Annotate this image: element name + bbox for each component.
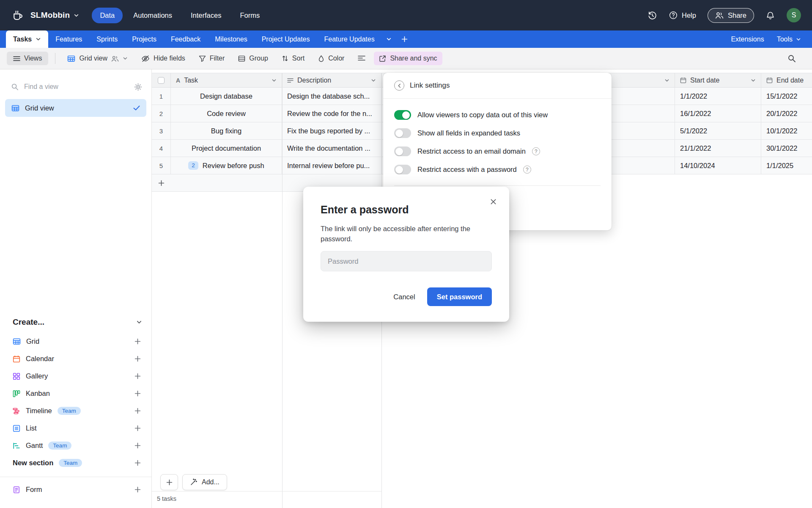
plus-icon[interactable] — [134, 355, 141, 362]
start-date-cell[interactable]: 14/10/2024 — [675, 157, 761, 174]
workspace-logo-icon[interactable] — [11, 8, 25, 22]
row-height-button[interactable] — [353, 52, 370, 64]
notifications-bell-icon[interactable] — [765, 11, 775, 20]
share-and-sync-button[interactable]: Share and sync — [374, 52, 442, 65]
extensions-button[interactable]: Extensions — [731, 36, 764, 43]
back-icon[interactable] — [394, 80, 404, 91]
add-with-ai-button[interactable]: Add... — [182, 474, 227, 490]
description-cell[interactable]: Write the documentation ... — [282, 140, 381, 157]
tab-feature-updates[interactable]: Feature Updates — [317, 30, 382, 48]
cancel-button[interactable]: Cancel — [393, 293, 415, 301]
tab-projects[interactable]: Projects — [125, 30, 164, 48]
description-cell[interactable]: Fix the bugs reported by ... — [282, 122, 381, 140]
topbar-nav-automations[interactable]: Automations — [125, 8, 180, 23]
plus-icon[interactable] — [134, 442, 141, 449]
tab-project-updates[interactable]: Project Updates — [255, 30, 317, 48]
column-header-description[interactable]: Description — [282, 73, 381, 88]
topbar-nav-data[interactable]: Data — [92, 8, 123, 23]
start-date-cell[interactable]: 1/1/2022 — [675, 88, 761, 105]
search-icon[interactable] — [784, 51, 799, 66]
task-cell[interactable]: Bug fixing — [171, 122, 282, 140]
plus-icon[interactable] — [134, 338, 141, 345]
task-cell[interactable]: Project documentation — [171, 140, 282, 157]
plus-icon[interactable] — [134, 407, 141, 414]
workspace-name[interactable]: SLMobbin — [30, 11, 70, 20]
help-icon[interactable]: ? — [523, 166, 531, 174]
task-cell[interactable]: Code review — [171, 105, 282, 122]
gear-icon[interactable] — [134, 83, 142, 91]
chevron-down-icon[interactable] — [664, 78, 669, 83]
create-item-list[interactable]: List — [0, 420, 151, 437]
views-button[interactable]: Views — [7, 52, 48, 65]
description-cell[interactable]: Internal review before pu... — [282, 157, 381, 174]
user-avatar[interactable]: S — [787, 8, 801, 22]
find-view-input[interactable]: Find a view — [24, 83, 129, 91]
toggle-switch[interactable] — [394, 146, 411, 156]
filter-button[interactable]: Filter — [194, 52, 230, 65]
create-item-gantt[interactable]: GanttTeam — [0, 437, 151, 454]
create-item-new-section[interactable]: New sectionTeam — [0, 454, 151, 472]
end-date-cell[interactable]: 20/1/2022 — [761, 105, 812, 122]
end-date-cell[interactable]: 30/1/2022 — [761, 140, 812, 157]
create-item-gallery[interactable]: Gallery — [0, 367, 151, 385]
toggle-switch[interactable] — [394, 110, 411, 120]
column-header-start-date[interactable]: Start date — [675, 73, 761, 88]
sidebar-item-grid-view[interactable]: Grid view — [5, 99, 146, 117]
description-cell[interactable]: Review the code for the n... — [282, 105, 381, 122]
hide-fields-button[interactable]: Hide fields — [136, 52, 190, 65]
close-icon[interactable] — [488, 197, 498, 207]
start-date-cell[interactable]: 5/1/2022 — [675, 122, 761, 140]
history-icon[interactable] — [647, 11, 657, 20]
chevron-down-icon[interactable] — [751, 78, 756, 83]
create-item-grid[interactable]: Grid — [0, 333, 151, 350]
start-date-cell[interactable]: 16/1/2022 — [675, 105, 761, 122]
create-item-form[interactable]: Form — [0, 481, 151, 498]
column-label: Description — [297, 77, 331, 84]
toggle-switch[interactable] — [394, 128, 411, 138]
column-header-task[interactable]: A Task — [171, 73, 282, 88]
grid-view-button[interactable]: Grid view — [62, 52, 133, 66]
column-header-end-date[interactable]: End date — [761, 73, 812, 88]
plus-icon[interactable] — [134, 425, 141, 432]
chevron-down-icon[interactable] — [74, 13, 79, 18]
create-item-kanban[interactable]: Kanban — [0, 385, 151, 402]
task-cell[interactable]: 2Review before push — [171, 157, 282, 174]
set-password-button[interactable]: Set password — [427, 287, 492, 306]
tab-feedback[interactable]: Feedback — [164, 30, 208, 48]
timeline-icon — [13, 407, 20, 415]
group-button[interactable]: Group — [233, 52, 273, 65]
tab-milestones[interactable]: Milestones — [208, 30, 254, 48]
end-date-cell[interactable]: 10/1/2022 — [761, 122, 812, 140]
end-date-cell[interactable]: 15/1/2022 — [761, 88, 812, 105]
tab-sprints[interactable]: Sprints — [89, 30, 125, 48]
share-button[interactable]: Share — [708, 8, 754, 23]
plus-icon[interactable] — [134, 390, 141, 397]
tab-features[interactable]: Features — [48, 30, 89, 48]
tabs-overflow-chevron-icon[interactable] — [386, 36, 392, 42]
add-table-icon[interactable] — [401, 36, 408, 43]
description-cell[interactable]: Design the database sch... — [282, 88, 381, 105]
add-record-button[interactable] — [160, 474, 178, 490]
sort-button[interactable]: Sort — [277, 52, 310, 65]
task-cell[interactable]: Design database — [171, 88, 282, 105]
help-button[interactable]: Help — [669, 11, 696, 20]
help-icon[interactable]: ? — [532, 147, 540, 155]
create-section-header[interactable]: Create... — [13, 318, 142, 327]
plus-icon[interactable] — [134, 459, 141, 467]
plus-icon[interactable] — [134, 486, 141, 493]
chevron-down-icon[interactable] — [371, 78, 376, 83]
toggle-switch[interactable] — [394, 165, 411, 174]
password-input[interactable] — [321, 251, 492, 271]
topbar-nav-interfaces[interactable]: Interfaces — [183, 8, 229, 23]
tools-button[interactable]: Tools — [777, 36, 801, 43]
plus-icon[interactable] — [134, 373, 141, 380]
color-button[interactable]: Color — [313, 52, 349, 65]
topbar-nav-forms[interactable]: Forms — [232, 8, 268, 23]
create-item-calendar[interactable]: Calendar — [0, 350, 151, 367]
create-item-timeline[interactable]: TimelineTeam — [0, 402, 151, 420]
chevron-down-icon[interactable] — [272, 78, 277, 83]
select-all-checkbox[interactable] — [158, 77, 165, 84]
end-date-cell[interactable]: 1/1/2025 — [761, 157, 812, 174]
tab-tasks[interactable]: Tasks — [6, 30, 48, 48]
start-date-cell[interactable]: 21/1/2022 — [675, 140, 761, 157]
